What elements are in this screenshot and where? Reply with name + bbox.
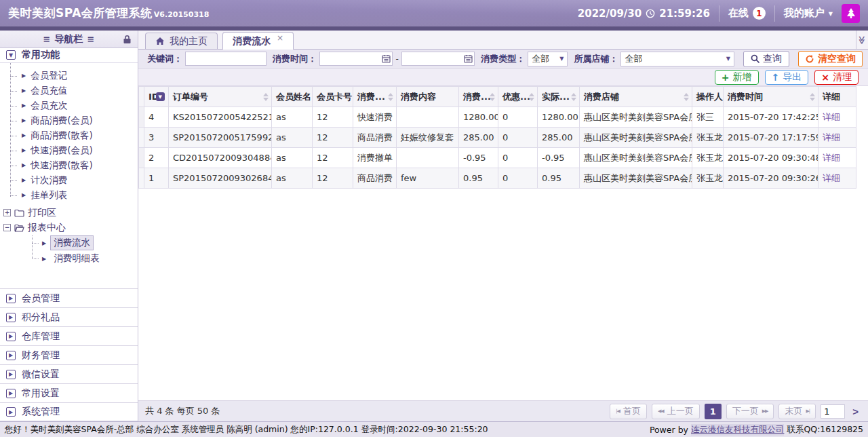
sidebar-node-print[interactable]: + 打印区 xyxy=(0,206,138,220)
chevron-down-icon: ▼ xyxy=(559,56,564,62)
column-header[interactable]: 会员卡号▼ xyxy=(313,87,353,107)
current-page-indicator[interactable]: 1 xyxy=(705,404,722,419)
time-from-input[interactable] xyxy=(321,54,382,64)
prev-page-button[interactable]: ◀◀ 上一页 xyxy=(652,404,700,419)
cell-consume-content xyxy=(397,107,459,128)
sidebar-item[interactable]: ▶ 计次消费 xyxy=(0,173,138,188)
add-button[interactable]: + 新增 xyxy=(715,70,759,85)
sidebar-group-common[interactable]: ▼ 常用功能 xyxy=(0,48,138,63)
detail-link[interactable]: 详细 xyxy=(823,153,840,163)
expand-plus-icon[interactable]: + xyxy=(3,209,11,216)
sidebar-item-label: 快速消费(散客) xyxy=(31,159,93,172)
column-header[interactable]: 消费内容▼ xyxy=(397,87,459,107)
tree-icon xyxy=(846,7,856,19)
last-page-button[interactable]: 末页 ▶| xyxy=(778,404,816,419)
collapse-minus-icon[interactable]: − xyxy=(3,224,11,231)
sidebar-section-label: 常用设置 xyxy=(22,387,60,400)
sidebar-item[interactable]: ▶ 消费流水 xyxy=(26,235,138,251)
detail-link[interactable]: 详细 xyxy=(823,112,840,122)
column-header[interactable]: 实际...▼ xyxy=(538,87,580,107)
range-separator: - xyxy=(395,54,398,64)
chevron-down-icon: ▼ xyxy=(726,56,730,62)
first-page-button[interactable]: |◀ 首页 xyxy=(610,404,647,419)
store-select[interactable]: 全部 ▼ xyxy=(620,52,734,66)
time-from-field[interactable] xyxy=(319,52,393,66)
table-row[interactable]: 3 SP2015072005175992 as 12 商品消费 妊娠纹修复套 2… xyxy=(139,128,856,148)
clean-button[interactable]: × 清理 xyxy=(814,70,859,85)
sidebar-header: ≡导航栏≡ xyxy=(0,31,138,48)
table-header-row: ID▼ 订单编号▼ 会员姓名▼ xyxy=(139,87,856,107)
sidebar-item[interactable]: ▶ 快速消费(散客) xyxy=(0,158,138,173)
online-label: 在线 xyxy=(728,7,749,20)
sort-carets-icon xyxy=(490,93,495,101)
sidebar-section-label: 积分礼品 xyxy=(22,311,60,324)
time-to-field[interactable] xyxy=(401,52,475,66)
detail-link[interactable]: 详细 xyxy=(823,132,840,142)
goto-page-button[interactable]: > xyxy=(850,406,861,417)
online-count-badge: 1 xyxy=(753,7,766,20)
sidebar-section[interactable]: ▶ 仓库管理 xyxy=(0,326,138,345)
type-select[interactable]: 全部 ▼ xyxy=(528,52,568,66)
tabs-overflow-button[interactable]: ≫ xyxy=(856,31,868,49)
time-to-input[interactable] xyxy=(403,54,464,64)
table-row[interactable]: 4 KS2015072005422521 as 12 快速消费 1280.00 … xyxy=(139,107,856,128)
close-icon[interactable]: × xyxy=(277,33,283,43)
company-link[interactable]: 连云港信友科技有限公司 xyxy=(691,424,785,436)
sidebar-item[interactable]: ▶ 会员充次 xyxy=(0,98,138,113)
sidebar-item[interactable]: ▶ 会员充值 xyxy=(0,83,138,98)
column-header-label: 消费店铺 xyxy=(584,92,619,102)
tree-arrow-icon: ▶ xyxy=(42,240,46,246)
cell-order-no: SP2015072005175992 xyxy=(169,128,272,148)
clear-search-button[interactable]: 清空查询 xyxy=(798,51,863,67)
sidebar-section[interactable]: ▶ 财务管理 xyxy=(0,345,138,364)
column-header[interactable]: 消费时间▼ xyxy=(724,87,818,107)
sidebar-section[interactable]: ▶ 积分礼品 xyxy=(0,307,138,326)
sidebar-item[interactable]: ▶ 商品消费(散客) xyxy=(0,128,138,143)
column-header[interactable]: 详细▼ xyxy=(818,87,856,107)
column-header[interactable]: 会员姓名▼ xyxy=(272,87,313,107)
sidebar-group-label: 常用功能 xyxy=(22,49,60,61)
column-header[interactable]: 消费店铺▼ xyxy=(580,87,692,107)
sidebar-item[interactable]: ▶ 会员登记 xyxy=(0,69,138,83)
sidebar-item[interactable]: ▶ 商品消费(会员) xyxy=(0,113,138,128)
sidebar-section[interactable]: ▶ 系统管理 xyxy=(0,402,138,421)
column-header[interactable]: 消费...▼ xyxy=(353,87,397,107)
sidebar-item[interactable]: ▶ 快速消费(会员) xyxy=(0,143,138,158)
column-header[interactable]: ID▼ xyxy=(144,87,169,107)
sidebar-item-label: 计次消费 xyxy=(31,174,67,187)
sidebar-item[interactable]: ▶ 挂单列表 xyxy=(0,188,138,203)
cell-order-no: CD2015072009304884 xyxy=(169,148,272,168)
column-header-label: 会员姓名 xyxy=(276,92,311,102)
export-button-label: 导出 xyxy=(783,71,802,83)
lock-icon[interactable] xyxy=(123,35,132,44)
table-row[interactable]: 1 SP2015072009302684 as 12 商品消费 few 0.95… xyxy=(139,168,856,189)
goto-page-input[interactable] xyxy=(821,404,845,419)
cell-operator: 张玉龙 xyxy=(692,128,724,148)
sidebar-section[interactable]: ▶ 常用设置 xyxy=(0,383,138,402)
column-header[interactable]: 消费...▼ xyxy=(459,87,498,107)
column-header[interactable]: 优惠...▼ xyxy=(498,87,538,107)
keyword-input[interactable] xyxy=(185,52,267,66)
column-header[interactable]: 操作人▼ xyxy=(692,87,724,107)
calendar-icon[interactable] xyxy=(382,54,391,63)
sort-carets-icon xyxy=(263,93,269,101)
clock-icon xyxy=(646,9,655,18)
tab-consume-flow[interactable]: 消费流水 × xyxy=(222,32,294,50)
contact-qq: 联系QQ:16129825 xyxy=(787,424,863,436)
calendar-icon[interactable] xyxy=(464,54,473,63)
next-page-button[interactable]: 下一页 ▶▶ xyxy=(726,404,774,419)
account-menu[interactable]: 我的账户 ▼ xyxy=(784,7,833,20)
detail-link[interactable]: 详细 xyxy=(823,173,840,183)
export-button[interactable]: ↑ 导出 xyxy=(765,70,809,85)
sidebar-item-label: 会员充次 xyxy=(31,100,67,112)
theme-button[interactable] xyxy=(842,4,860,23)
cell-member-name: as xyxy=(272,128,313,148)
column-header[interactable]: 订单编号▼ xyxy=(169,87,272,107)
sidebar-node-report[interactable]: − 报表中心 xyxy=(0,220,138,235)
table-row[interactable]: 2 CD2015072009304884 as 12 消费撤单 -0.95 0 … xyxy=(139,148,856,168)
sidebar-item[interactable]: ▶ 消费明细表 xyxy=(26,251,138,267)
tab-home[interactable]: 我的主页 xyxy=(145,33,218,49)
sidebar-section[interactable]: ▶ 会员管理 xyxy=(0,288,138,307)
search-button[interactable]: 查询 xyxy=(743,51,789,67)
sidebar-section[interactable]: ▶ 微信设置 xyxy=(0,364,138,383)
